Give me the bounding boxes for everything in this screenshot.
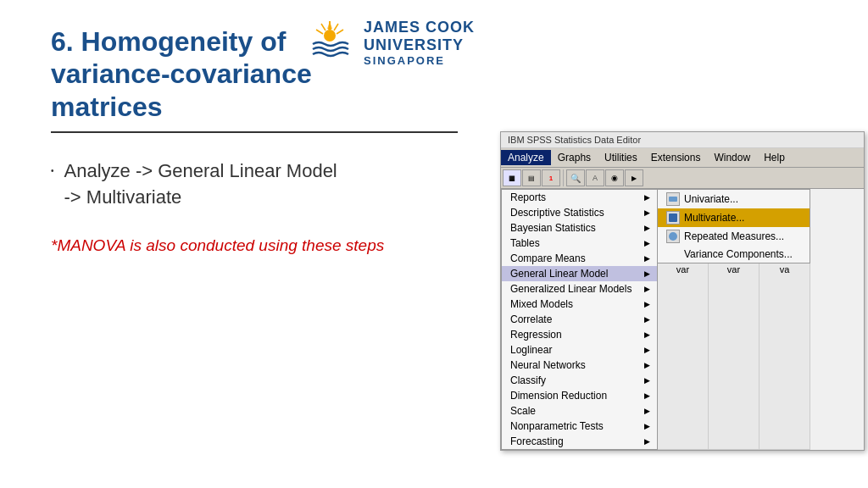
svg-line-5 — [316, 30, 323, 34]
manova-note: *MANOVA is also conducted using these st… — [51, 236, 458, 255]
left-panel: JAMES COOK UNIVERSITY SINGAPORE 6. Homog… — [0, 0, 492, 488]
toolbar-btn-3[interactable]: 1 — [542, 169, 560, 186]
menu-utilities[interactable]: Utilities — [598, 150, 644, 165]
jcu-logo-icon — [304, 17, 355, 68]
logo-area: JAMES COOK UNIVERSITY SINGAPORE — [304, 17, 475, 68]
logo-james-cook: JAMES COOK — [364, 19, 475, 36]
svg-point-7 — [324, 30, 336, 42]
toolbar-btn-6[interactable]: ▶ — [625, 169, 643, 186]
submenu-univariate[interactable]: Univariate... — [658, 190, 810, 208]
menu-extensions[interactable]: Extensions — [644, 150, 708, 165]
menu-reports[interactable]: Reports▶ — [502, 190, 657, 205]
col-var-1: var — [658, 263, 709, 450]
col-var-2: var — [709, 263, 760, 450]
menu-window[interactable]: Window — [707, 150, 757, 165]
toolbar-btn-2[interactable]: ▤ — [522, 169, 541, 186]
spss-window: IBM SPSS Statistics Data Editor Analyze … — [500, 131, 865, 451]
bullet-text: Analyze -> General Linear Model -> Multi… — [64, 158, 337, 211]
svg-rect-9 — [669, 214, 677, 222]
menu-correlate[interactable]: Correlate▶ — [502, 312, 657, 327]
logo-university: UNIVERSITY — [364, 36, 475, 54]
menu-analyze[interactable]: Analyze — [501, 150, 551, 165]
menu-scale[interactable]: Scale▶ — [502, 403, 657, 419]
menu-neural-networks[interactable]: Neural Networks▶ — [502, 358, 657, 373]
submenu-repeated-measures[interactable]: Repeated Measures... — [658, 227, 810, 246]
svg-line-4 — [334, 24, 338, 30]
spss-title-bar: IBM SPSS Statistics Data Editor — [501, 132, 864, 148]
menu-regression[interactable]: Regression▶ — [502, 327, 657, 342]
logo-singapore: SINGAPORE — [364, 54, 475, 67]
menu-dimension-reduction[interactable]: Dimension Reduction▶ — [502, 388, 657, 403]
repeated-measures-icon — [666, 230, 680, 243]
menu-help[interactable]: Help — [757, 150, 792, 165]
bullet-section: • Analyze -> General Linear Model -> Mul… — [51, 158, 458, 211]
spss-menu-bar[interactable]: Analyze Graphs Utilities Extensions Wind… — [501, 148, 864, 168]
data-columns-area: var var va — [658, 263, 810, 450]
menu-bayesian-stats[interactable]: Bayesian Statistics▶ — [502, 220, 657, 236]
menu-tables[interactable]: Tables▶ — [502, 236, 657, 251]
menu-loglinear[interactable]: Loglinear▶ — [502, 342, 657, 358]
spss-main-content: Reports▶ Descriptive Statistics▶ Bayesia… — [501, 189, 864, 450]
menu-mixed-models[interactable]: Mixed Models▶ — [502, 297, 657, 312]
univariate-icon — [666, 192, 680, 206]
toolbar-section-1: ▦ ▤ 1 — [503, 169, 564, 186]
bullet-dot: • — [51, 165, 54, 177]
menu-nonparametric-tests[interactable]: Nonparametric Tests▶ — [502, 419, 657, 434]
analyze-dropdown[interactable]: Reports▶ Descriptive Statistics▶ Bayesia… — [501, 189, 658, 450]
toolbar-btn-1[interactable]: ▦ — [503, 169, 521, 186]
menu-descriptive-stats[interactable]: Descriptive Statistics▶ — [502, 205, 657, 220]
svg-line-3 — [321, 24, 326, 30]
submenu-multivariate[interactable]: Multivariate... — [658, 208, 810, 227]
menu-general-linear-model[interactable]: General Linear Model▶ — [502, 266, 657, 281]
spss-toolbar: ▦ ▤ 1 🔍 A ◉ ▶ — [501, 168, 864, 189]
bullet-item: • Analyze -> General Linear Model -> Mul… — [51, 158, 458, 211]
svg-point-10 — [669, 232, 677, 241]
multivariate-icon — [666, 211, 680, 225]
menu-classify[interactable]: Classify▶ — [502, 373, 657, 388]
col-var-3: va — [760, 263, 810, 450]
glm-submenu[interactable]: Univariate... Multivariate... Repeated M… — [658, 189, 810, 263]
toolbar-btn-4[interactable]: A — [586, 169, 604, 186]
toolbar-btn-5[interactable]: ◉ — [605, 169, 624, 186]
menu-compare-means[interactable]: Compare Means▶ — [502, 251, 657, 266]
submenu-variance-components[interactable]: Variance Components... — [658, 246, 810, 263]
toolbar-btn-search[interactable]: 🔍 — [566, 169, 585, 186]
right-side: Univariate... Multivariate... Repeated M… — [658, 189, 810, 450]
menu-forecasting[interactable]: Forecasting▶ — [502, 434, 657, 449]
title-divider — [51, 131, 458, 133]
svg-line-6 — [337, 30, 343, 34]
menu-graphs[interactable]: Graphs — [551, 150, 598, 165]
logo-text: JAMES COOK UNIVERSITY SINGAPORE — [364, 19, 475, 67]
menu-generalized-linear[interactable]: Generalized Linear Models▶ — [502, 281, 657, 297]
svg-rect-8 — [669, 197, 677, 202]
